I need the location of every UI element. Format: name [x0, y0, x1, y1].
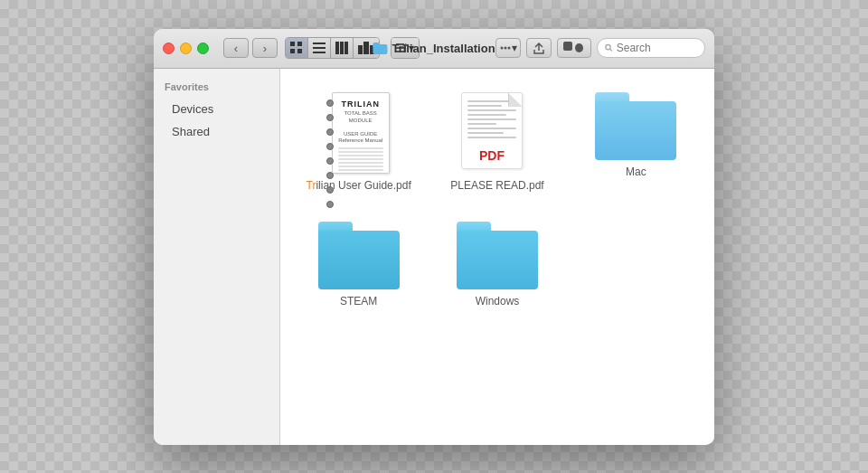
- view-controls: [285, 37, 380, 59]
- minimize-button[interactable]: [180, 43, 192, 54]
- icon-view-button[interactable]: [286, 38, 308, 58]
- svg-rect-6: [313, 52, 326, 53]
- svg-point-17: [505, 47, 507, 50]
- list-view-button[interactable]: [308, 38, 331, 58]
- svg-rect-5: [313, 47, 326, 49]
- pdf-badge: PDF: [479, 148, 505, 163]
- back-button[interactable]: ‹: [223, 38, 249, 58]
- titlebar: ‹ ›: [154, 29, 714, 69]
- window-title: Trilian_Installation: [373, 42, 495, 55]
- file-label: Windows: [476, 295, 520, 309]
- svg-rect-2: [290, 49, 295, 53]
- folder-icon: [318, 222, 400, 289]
- sidebar: Favorites Devices Shared: [154, 69, 280, 445]
- file-label: STEAM: [340, 295, 377, 309]
- title-text: Trilian_Installation: [392, 42, 495, 55]
- title-folder-icon: [373, 43, 387, 54]
- svg-rect-8: [340, 42, 344, 54]
- pdf-paper: PDF: [461, 92, 523, 169]
- notebook-desc: USER GUIDEReference Manual: [338, 131, 382, 144]
- content-area: Favorites Devices Shared: [154, 69, 714, 445]
- notebook-icon: TRILIAN TOTAL BASS MODULE USER GUIDERefe…: [326, 92, 392, 174]
- search-icon: [605, 43, 613, 52]
- devices-section: Devices: [154, 99, 279, 118]
- pdf-line: [467, 109, 516, 111]
- pdf-line: [467, 114, 506, 116]
- notebook-sub: TOTAL BASS MODULE: [338, 110, 383, 123]
- search-input[interactable]: [617, 42, 697, 54]
- file-area: TRILIAN TOTAL BASS MODULE USER GUIDERefe…: [280, 69, 714, 445]
- share-button[interactable]: [526, 38, 552, 58]
- action-button[interactable]: ▾: [495, 38, 521, 58]
- list-item[interactable]: TRILIAN TOTAL BASS MODULE USER GUIDERefe…: [298, 87, 419, 199]
- ring: [326, 114, 334, 121]
- nav-buttons: ‹ ›: [223, 38, 278, 58]
- pdf-line: [467, 137, 516, 138]
- folder-body: [318, 231, 400, 289]
- highlight-text: Tr: [307, 179, 316, 192]
- file-label: Trilian User Guide.pdf: [307, 179, 411, 194]
- label-text: Mac: [626, 166, 646, 178]
- svg-rect-1: [297, 42, 302, 46]
- search-box[interactable]: [597, 38, 705, 58]
- action-controls: ▾: [495, 38, 705, 58]
- eject-button[interactable]: [557, 38, 591, 58]
- notebook-rings: [326, 99, 334, 208]
- finder-window: ‹ ›: [154, 29, 714, 445]
- svg-rect-4: [313, 43, 326, 44]
- pdf-line: [467, 105, 502, 107]
- nb-line: [338, 147, 383, 149]
- svg-point-16: [501, 47, 504, 50]
- svg-rect-3: [297, 49, 302, 53]
- pdf-lines: [462, 93, 522, 145]
- file-label: Mac: [626, 166, 646, 180]
- nb-line: [338, 162, 383, 164]
- nb-line: [338, 169, 383, 171]
- ring: [326, 143, 334, 150]
- notebook-brand: TRILIAN: [341, 100, 380, 109]
- svg-rect-10: [358, 45, 363, 54]
- pdf-icon: PDF: [461, 92, 533, 174]
- ring: [326, 157, 334, 165]
- favorites-label: Favorites: [154, 78, 279, 96]
- nb-line: [338, 166, 383, 167]
- folder-body: [595, 101, 676, 160]
- nb-line: [338, 158, 383, 160]
- pdf-line: [467, 118, 516, 120]
- close-button[interactable]: [163, 43, 175, 54]
- svg-rect-19: [563, 42, 572, 51]
- pdf-line: [467, 100, 516, 102]
- forward-button[interactable]: ›: [252, 38, 278, 58]
- list-item[interactable]: PDF PLEASE READ.pdf: [437, 87, 557, 199]
- svg-rect-9: [344, 42, 348, 54]
- ring: [326, 99, 334, 107]
- notebook-body: TRILIAN TOTAL BASS MODULE USER GUIDERefe…: [332, 92, 390, 174]
- svg-point-21: [606, 45, 610, 50]
- folder-icon: [457, 222, 538, 289]
- svg-rect-20: [575, 43, 583, 52]
- ring: [326, 172, 334, 179]
- folder-icon: [595, 92, 676, 160]
- maximize-button[interactable]: [197, 43, 209, 54]
- pdf-line: [467, 132, 505, 134]
- nb-line: [338, 151, 383, 153]
- svg-rect-0: [290, 42, 295, 46]
- sidebar-item-devices[interactable]: Devices: [154, 99, 279, 118]
- traffic-lights: [163, 43, 209, 54]
- svg-rect-7: [335, 42, 339, 54]
- sidebar-item-shared[interactable]: Shared: [154, 122, 279, 141]
- nb-line: [338, 155, 383, 156]
- ring: [326, 186, 334, 194]
- file-label: PLEASE READ.pdf: [450, 179, 543, 194]
- list-item[interactable]: Windows: [437, 216, 557, 315]
- label-text: STEAM: [340, 295, 377, 307]
- favorites-section: Favorites: [154, 78, 279, 96]
- shared-section: Shared: [154, 122, 279, 141]
- pdf-line: [467, 123, 496, 125]
- ring: [326, 128, 334, 136]
- list-item[interactable]: Mac: [576, 87, 696, 199]
- folder-body: [457, 231, 538, 289]
- label-text: Windows: [476, 295, 520, 307]
- column-view-button[interactable]: [331, 38, 354, 58]
- list-item[interactable]: STEAM: [298, 216, 419, 315]
